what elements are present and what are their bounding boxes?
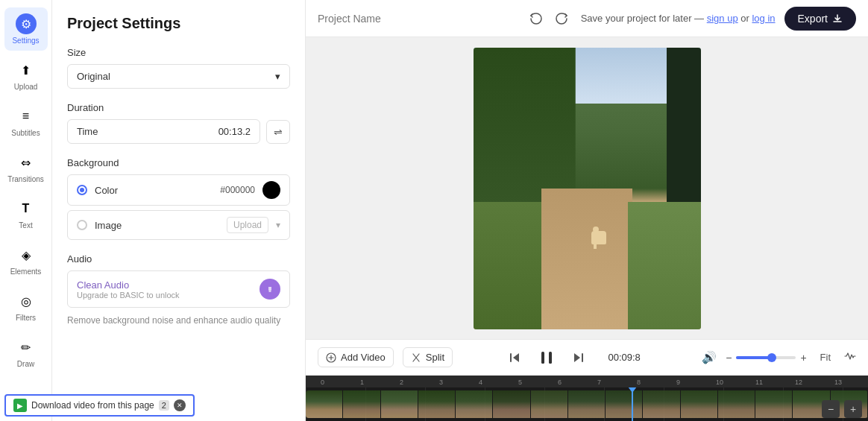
timeline-minus-button[interactable]: −: [822, 400, 840, 418]
sidebar-item-transitions[interactable]: ⇔ Transitions: [4, 146, 48, 189]
undo-button[interactable]: [526, 8, 547, 29]
image-option[interactable]: Image Upload ▾: [67, 210, 290, 240]
fit-button[interactable]: Fit: [816, 349, 835, 365]
duration-section: Duration Time 00:13.2 ⇌: [67, 102, 290, 144]
download-banner[interactable]: ▶ Download video from this page 2 ✕: [4, 394, 195, 417]
sidebar-label-elements: Elements: [10, 268, 42, 276]
sidebar-label-draw: Draw: [17, 360, 34, 368]
transitions-icon: ⇔: [16, 152, 37, 173]
duration-label: Duration: [67, 102, 290, 113]
sidebar-item-subtitles[interactable]: ≡ Subtitles: [4, 100, 48, 143]
background-section: Background Color #000000 Image Upload ▾: [67, 157, 290, 240]
sidebar-label-transitions: Transitions: [7, 175, 44, 183]
zoom-track-fill: [736, 356, 772, 359]
clean-audio-subtitle: Upgrade to BASIC to unlock: [77, 291, 180, 300]
color-swatch[interactable]: [262, 181, 280, 199]
color-option[interactable]: Color #000000: [67, 174, 290, 206]
audio-section: Audio Clean Audio Upgrade to BASIC to un…: [67, 253, 290, 326]
elements-icon: ◈: [16, 244, 37, 265]
size-section: Size Original ▾: [67, 47, 290, 89]
upload-icon: ⬆: [16, 60, 37, 80]
playhead[interactable]: [632, 387, 633, 421]
svg-rect-5: [549, 352, 552, 364]
volume-section: 🔊: [702, 350, 717, 364]
clip-thumb-9: [606, 390, 643, 418]
banner-number: 2: [159, 400, 169, 411]
clean-audio-icon[interactable]: [260, 279, 280, 300]
ruler-13: 13: [834, 379, 842, 386]
export-button[interactable]: Export: [784, 7, 856, 31]
duration-expand-button[interactable]: ⇌: [266, 120, 290, 144]
zoom-slider[interactable]: [736, 356, 796, 359]
background-label: Background: [67, 157, 290, 168]
split-button[interactable]: Split: [403, 347, 453, 367]
export-label: Export: [798, 13, 828, 25]
sidebar-label-filters: Filters: [16, 314, 36, 322]
svg-rect-4: [541, 352, 544, 364]
text-icon: T: [16, 198, 37, 219]
sidebar-item-settings[interactable]: ⚙ Settings: [4, 7, 48, 51]
duration-input[interactable]: Time 00:13.2: [67, 119, 260, 144]
image-upload-button[interactable]: Upload: [227, 217, 268, 233]
play-pause-button[interactable]: [534, 345, 559, 370]
ruler-5: 5: [518, 379, 522, 386]
banner-close-button[interactable]: ✕: [174, 399, 186, 411]
filters-icon: ◎: [16, 291, 37, 311]
sidebar-nav: ⚙ Settings ⬆ Upload ≡ Subtitles ⇔ Transi…: [0, 0, 52, 421]
sidebar-label-text: Text: [19, 221, 32, 230]
clip-thumb-8: [568, 390, 606, 418]
zoom-in-button[interactable]: +: [800, 352, 806, 364]
sidebar-item-draw[interactable]: ✏ Draw: [4, 331, 48, 374]
sign-up-link[interactable]: sign up: [707, 13, 738, 24]
svg-rect-6: [582, 353, 583, 362]
enhance-label: Remove background noise and enhance audi…: [67, 315, 290, 326]
rewind-button[interactable]: [504, 347, 525, 368]
volume-icon[interactable]: 🔊: [702, 350, 717, 364]
clip-thumb-13: [755, 390, 793, 418]
download-play-icon: ▶: [13, 399, 27, 412]
timeline-track[interactable]: [306, 387, 868, 421]
timeline-controls-right: − +: [822, 400, 862, 418]
draw-icon: ✏: [16, 337, 37, 358]
svg-rect-3: [510, 353, 512, 362]
road: [541, 189, 632, 329]
video-preview: [474, 48, 701, 329]
duration-row: Time 00:13.2 ⇌: [67, 119, 290, 144]
zoom-section: − +: [726, 352, 806, 364]
color-hex-value: #000000: [220, 185, 255, 195]
top-bar: Save your project for later — sign up or…: [306, 0, 868, 37]
forward-button[interactable]: [568, 347, 589, 368]
playback-bar: Add Video Split: [306, 340, 868, 376]
log-in-link[interactable]: log in: [752, 13, 775, 24]
sidebar-item-elements[interactable]: ◈ Elements: [4, 238, 48, 282]
clip-thumb-10: [643, 390, 680, 418]
clip-thumb-3: [381, 390, 418, 418]
sidebar-label-settings: Settings: [12, 37, 39, 45]
ruler-0: 0: [321, 379, 324, 386]
sidebar-item-filters[interactable]: ◎ Filters: [4, 285, 48, 328]
clip-thumb-4: [418, 390, 456, 418]
timeline-add-button[interactable]: +: [844, 400, 862, 418]
ruler-2: 2: [400, 379, 403, 386]
redo-button[interactable]: [551, 8, 572, 29]
size-select[interactable]: Original ▾: [67, 64, 290, 89]
image-radio[interactable]: [77, 220, 87, 230]
duration-value: 00:13.2: [218, 126, 251, 137]
clean-audio-title: Clean Audio: [77, 279, 180, 291]
add-video-button[interactable]: Add Video: [318, 347, 394, 367]
zoom-thumb: [767, 353, 776, 362]
zoom-out-button[interactable]: −: [726, 352, 732, 364]
clip-thumb-5: [456, 390, 493, 418]
sidebar-item-text[interactable]: T Text: [4, 192, 48, 235]
video-clip[interactable]: [306, 390, 868, 418]
audio-label: Audio: [67, 253, 290, 265]
image-chevron-icon: ▾: [276, 220, 280, 230]
color-radio[interactable]: [77, 185, 87, 195]
sidebar-item-upload[interactable]: ⬆ Upload: [4, 54, 48, 97]
project-name-input[interactable]: [318, 13, 517, 25]
ruler-10: 10: [716, 379, 723, 386]
waveform-icon[interactable]: [844, 350, 856, 365]
ruler-1: 1: [360, 379, 364, 386]
clip-thumb-12: [718, 390, 755, 418]
ruler-7: 7: [597, 379, 601, 386]
